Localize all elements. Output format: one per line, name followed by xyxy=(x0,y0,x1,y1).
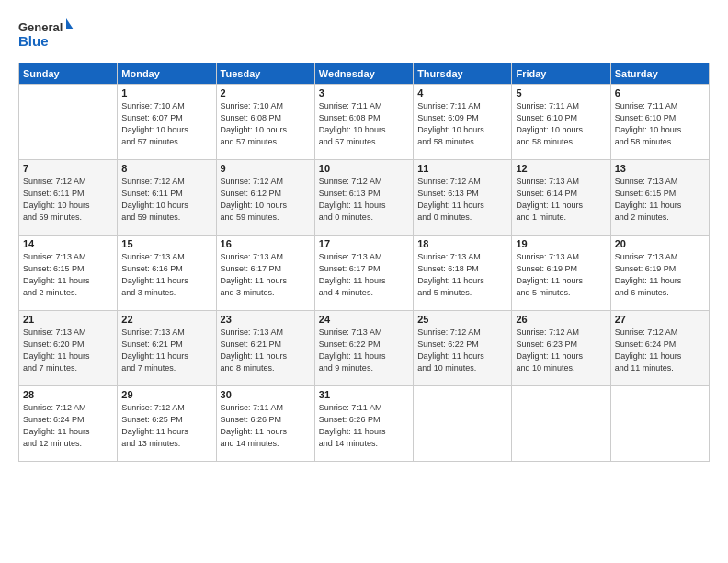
calendar-cell: 15Sunrise: 7:13 AM Sunset: 6:16 PM Dayli… xyxy=(118,236,216,311)
day-number: 18 xyxy=(417,238,507,249)
calendar-cell: 12Sunrise: 7:13 AM Sunset: 6:14 PM Dayli… xyxy=(512,160,610,236)
calendar-cell: 23Sunrise: 7:13 AM Sunset: 6:21 PM Dayli… xyxy=(216,311,314,386)
calendar-cell: 14Sunrise: 7:13 AM Sunset: 6:15 PM Dayli… xyxy=(19,236,118,311)
svg-text:General: General xyxy=(18,20,63,34)
day-info: Sunrise: 7:11 AM Sunset: 6:26 PM Dayligh… xyxy=(319,402,409,450)
day-number: 24 xyxy=(319,314,409,325)
calendar-cell: 16Sunrise: 7:13 AM Sunset: 6:17 PM Dayli… xyxy=(216,236,314,311)
calendar-cell xyxy=(610,386,709,462)
day-info: Sunrise: 7:11 AM Sunset: 6:10 PM Dayligh… xyxy=(516,100,606,148)
weekday-header-monday: Monday xyxy=(118,63,216,85)
calendar-table: SundayMondayTuesdayWednesdayThursdayFrid… xyxy=(18,63,710,462)
day-info: Sunrise: 7:12 AM Sunset: 6:13 PM Dayligh… xyxy=(319,176,409,224)
calendar-cell: 8Sunrise: 7:12 AM Sunset: 6:11 PM Daylig… xyxy=(118,160,216,236)
day-info: Sunrise: 7:11 AM Sunset: 6:26 PM Dayligh… xyxy=(221,402,311,450)
calendar-week-1: 1Sunrise: 7:10 AM Sunset: 6:07 PM Daylig… xyxy=(19,85,710,160)
calendar-cell: 6Sunrise: 7:11 AM Sunset: 6:10 PM Daylig… xyxy=(610,85,709,160)
calendar-cell: 29Sunrise: 7:12 AM Sunset: 6:25 PM Dayli… xyxy=(118,386,216,462)
day-info: Sunrise: 7:13 AM Sunset: 6:17 PM Dayligh… xyxy=(221,251,311,299)
calendar-cell: 24Sunrise: 7:13 AM Sunset: 6:22 PM Dayli… xyxy=(314,311,413,386)
page: GeneralBlue SundayMondayTuesdayWednesday… xyxy=(0,0,728,563)
svg-text:Blue: Blue xyxy=(18,33,49,49)
day-number: 12 xyxy=(516,163,606,174)
day-info: Sunrise: 7:13 AM Sunset: 6:22 PM Dayligh… xyxy=(319,327,409,374)
day-info: Sunrise: 7:13 AM Sunset: 6:17 PM Dayligh… xyxy=(319,251,409,299)
calendar-cell: 5Sunrise: 7:11 AM Sunset: 6:10 PM Daylig… xyxy=(512,85,610,160)
calendar-cell: 10Sunrise: 7:12 AM Sunset: 6:13 PM Dayli… xyxy=(314,160,413,236)
day-number: 5 xyxy=(516,87,606,98)
calendar-week-5: 28Sunrise: 7:12 AM Sunset: 6:24 PM Dayli… xyxy=(19,386,710,462)
day-number: 1 xyxy=(121,87,211,98)
calendar-cell: 21Sunrise: 7:13 AM Sunset: 6:20 PM Dayli… xyxy=(19,311,118,386)
day-info: Sunrise: 7:13 AM Sunset: 6:14 PM Dayligh… xyxy=(516,176,606,224)
day-number: 10 xyxy=(319,163,409,174)
day-number: 15 xyxy=(121,238,211,249)
day-info: Sunrise: 7:13 AM Sunset: 6:21 PM Dayligh… xyxy=(221,327,311,374)
day-info: Sunrise: 7:13 AM Sunset: 6:19 PM Dayligh… xyxy=(615,251,705,299)
day-info: Sunrise: 7:10 AM Sunset: 6:07 PM Dayligh… xyxy=(121,100,211,148)
day-info: Sunrise: 7:12 AM Sunset: 6:24 PM Dayligh… xyxy=(23,402,113,450)
weekday-header-tuesday: Tuesday xyxy=(216,63,314,85)
day-number: 9 xyxy=(221,163,311,174)
calendar-cell: 25Sunrise: 7:12 AM Sunset: 6:22 PM Dayli… xyxy=(414,311,512,386)
day-info: Sunrise: 7:12 AM Sunset: 6:24 PM Dayligh… xyxy=(615,327,705,374)
calendar-cell: 4Sunrise: 7:11 AM Sunset: 6:09 PM Daylig… xyxy=(414,85,512,160)
calendar-week-3: 14Sunrise: 7:13 AM Sunset: 6:15 PM Dayli… xyxy=(19,236,710,311)
calendar-cell xyxy=(512,386,610,462)
day-info: Sunrise: 7:12 AM Sunset: 6:22 PM Dayligh… xyxy=(417,327,507,374)
calendar-cell: 22Sunrise: 7:13 AM Sunset: 6:21 PM Dayli… xyxy=(118,311,216,386)
day-number: 11 xyxy=(417,163,507,174)
header: GeneralBlue xyxy=(18,17,710,53)
calendar-cell: 17Sunrise: 7:13 AM Sunset: 6:17 PM Dayli… xyxy=(314,236,413,311)
calendar-cell: 7Sunrise: 7:12 AM Sunset: 6:11 PM Daylig… xyxy=(19,160,118,236)
day-number: 14 xyxy=(23,238,113,249)
day-info: Sunrise: 7:10 AM Sunset: 6:08 PM Dayligh… xyxy=(221,100,311,148)
calendar-week-4: 21Sunrise: 7:13 AM Sunset: 6:20 PM Dayli… xyxy=(19,311,710,386)
calendar-cell: 28Sunrise: 7:12 AM Sunset: 6:24 PM Dayli… xyxy=(19,386,118,462)
day-number: 16 xyxy=(221,238,311,249)
day-info: Sunrise: 7:12 AM Sunset: 6:12 PM Dayligh… xyxy=(221,176,311,224)
calendar-cell: 19Sunrise: 7:13 AM Sunset: 6:19 PM Dayli… xyxy=(512,236,610,311)
day-info: Sunrise: 7:11 AM Sunset: 6:10 PM Dayligh… xyxy=(615,100,705,148)
day-number: 30 xyxy=(221,389,311,400)
day-info: Sunrise: 7:13 AM Sunset: 6:18 PM Dayligh… xyxy=(417,251,507,299)
day-info: Sunrise: 7:11 AM Sunset: 6:09 PM Dayligh… xyxy=(417,100,507,148)
weekday-header-wednesday: Wednesday xyxy=(314,63,413,85)
day-number: 20 xyxy=(615,238,705,249)
calendar-cell: 26Sunrise: 7:12 AM Sunset: 6:23 PM Dayli… xyxy=(512,311,610,386)
calendar-week-2: 7Sunrise: 7:12 AM Sunset: 6:11 PM Daylig… xyxy=(19,160,710,236)
day-number: 22 xyxy=(121,314,211,325)
day-info: Sunrise: 7:12 AM Sunset: 6:23 PM Dayligh… xyxy=(516,327,606,374)
calendar-cell: 9Sunrise: 7:12 AM Sunset: 6:12 PM Daylig… xyxy=(216,160,314,236)
day-number: 25 xyxy=(417,314,507,325)
day-info: Sunrise: 7:13 AM Sunset: 6:15 PM Dayligh… xyxy=(23,251,113,299)
logo: GeneralBlue xyxy=(18,17,74,53)
day-number: 31 xyxy=(319,389,409,400)
weekday-header-sunday: Sunday xyxy=(19,63,118,85)
day-info: Sunrise: 7:13 AM Sunset: 6:16 PM Dayligh… xyxy=(121,251,211,299)
day-number: 3 xyxy=(319,87,409,98)
day-number: 28 xyxy=(23,389,113,400)
day-number: 23 xyxy=(221,314,311,325)
day-info: Sunrise: 7:13 AM Sunset: 6:19 PM Dayligh… xyxy=(516,251,606,299)
weekday-header-friday: Friday xyxy=(512,63,610,85)
day-info: Sunrise: 7:13 AM Sunset: 6:15 PM Dayligh… xyxy=(615,176,705,224)
weekday-header-saturday: Saturday xyxy=(610,63,709,85)
calendar-cell: 2Sunrise: 7:10 AM Sunset: 6:08 PM Daylig… xyxy=(216,85,314,160)
day-number: 29 xyxy=(121,389,211,400)
day-info: Sunrise: 7:11 AM Sunset: 6:08 PM Dayligh… xyxy=(319,100,409,148)
day-info: Sunrise: 7:12 AM Sunset: 6:25 PM Dayligh… xyxy=(121,402,211,450)
day-info: Sunrise: 7:13 AM Sunset: 6:20 PM Dayligh… xyxy=(23,327,113,374)
day-number: 26 xyxy=(516,314,606,325)
calendar-cell: 11Sunrise: 7:12 AM Sunset: 6:13 PM Dayli… xyxy=(414,160,512,236)
calendar-cell: 13Sunrise: 7:13 AM Sunset: 6:15 PM Dayli… xyxy=(610,160,709,236)
calendar-cell xyxy=(19,85,118,160)
calendar-cell: 3Sunrise: 7:11 AM Sunset: 6:08 PM Daylig… xyxy=(314,85,413,160)
day-number: 27 xyxy=(615,314,705,325)
calendar-cell: 27Sunrise: 7:12 AM Sunset: 6:24 PM Dayli… xyxy=(610,311,709,386)
day-info: Sunrise: 7:13 AM Sunset: 6:21 PM Dayligh… xyxy=(121,327,211,374)
day-number: 4 xyxy=(417,87,507,98)
day-number: 21 xyxy=(23,314,113,325)
day-number: 8 xyxy=(121,163,211,174)
calendar-cell: 1Sunrise: 7:10 AM Sunset: 6:07 PM Daylig… xyxy=(118,85,216,160)
